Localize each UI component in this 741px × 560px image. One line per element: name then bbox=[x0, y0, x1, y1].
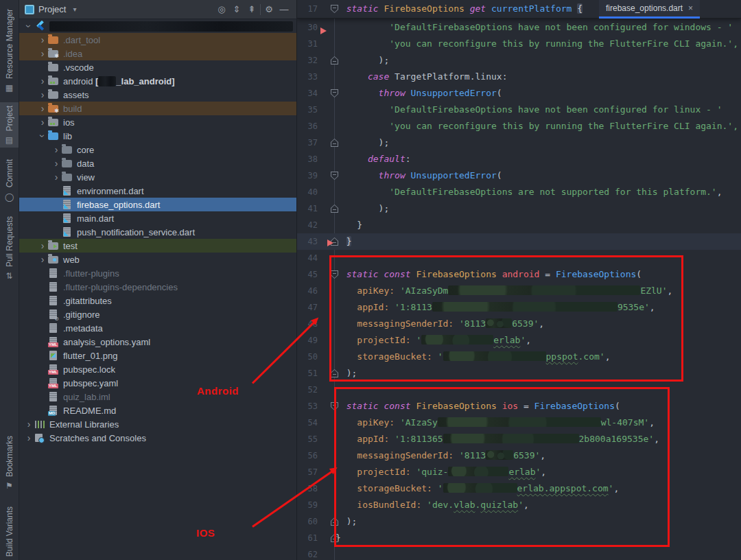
tree-item-lib[interactable]: ›lib bbox=[19, 129, 296, 143]
tree-item-gitignore[interactable]: .gitignore bbox=[19, 307, 296, 321]
tree-item-label: assets bbox=[63, 90, 89, 100]
tree-item-readme-md[interactable]: MDREADME.md bbox=[19, 404, 296, 417]
code-line-34[interactable]: 34 throw UnsupportedError( bbox=[297, 85, 741, 102]
tree-item-ios[interactable]: ›ios bbox=[19, 115, 296, 129]
tree-item-firebase-options-dart[interactable]: firebase_options.dart bbox=[19, 198, 296, 211]
tree-item-core[interactable]: ›core bbox=[19, 143, 296, 156]
locate-file-icon[interactable]: ◎ bbox=[215, 4, 228, 14]
code-text: } bbox=[318, 217, 362, 233]
resource-manager-icon: ▦ bbox=[5, 84, 13, 92]
tool-button-bookmarks[interactable]: Bookmarks⚑ bbox=[0, 432, 19, 493]
tree-item-push-notification-service-dart[interactable]: push_notification_service.dart bbox=[19, 225, 296, 239]
expand-all-icon[interactable]: ⇕ bbox=[230, 4, 244, 14]
settings-gear-icon[interactable]: ⚙ bbox=[262, 4, 276, 14]
code-line-37[interactable]: 37 ); bbox=[297, 135, 741, 151]
tree-item-vscode[interactable]: .vscode bbox=[19, 60, 296, 74]
tree-item-view[interactable]: ›view bbox=[19, 170, 296, 184]
chevron-collapsed-icon[interactable]: › bbox=[37, 76, 48, 86]
tree-item-test[interactable]: ›test bbox=[19, 239, 296, 253]
code-line-40[interactable]: 40 'DefaultFirebaseOptions are not suppo… bbox=[297, 184, 741, 200]
line-number: 41 bbox=[297, 204, 318, 213]
tree-item-pubspec-lock[interactable]: YMLpubspec.lock bbox=[19, 362, 296, 376]
tree-item-project-root[interactable]: › bbox=[19, 19, 296, 33]
fold-region-start-icon[interactable] bbox=[331, 89, 338, 97]
code-line-36[interactable]: 36 'you can reconfigure this by running … bbox=[297, 118, 741, 135]
code-line-38[interactable]: 38 default: bbox=[297, 151, 741, 167]
chevron-collapsed-icon[interactable]: › bbox=[23, 419, 34, 429]
code-text: 'you can reconfigure this by running the… bbox=[318, 36, 738, 52]
chevron-collapsed-icon[interactable]: › bbox=[37, 104, 48, 113]
code-line-42[interactable]: 42 } bbox=[297, 217, 741, 233]
code-line-41[interactable]: 41 ); bbox=[297, 200, 741, 217]
tree-item-gitattributes[interactable]: .gitattributes bbox=[19, 294, 296, 307]
tree-item-data[interactable]: ›data bbox=[19, 156, 296, 170]
fold-region-end-icon[interactable] bbox=[331, 139, 338, 147]
code-line-33[interactable]: 33 case TargetPlatform.linux: bbox=[297, 69, 741, 85]
chevron-collapsed-icon[interactable]: › bbox=[51, 159, 62, 168]
tree-item-web[interactable]: ›web bbox=[19, 253, 296, 266]
chevron-expanded-icon[interactable]: › bbox=[37, 131, 48, 141]
tree-item-flutter-plugins-dependencies[interactable]: .flutter-plugins-dependencies bbox=[19, 280, 296, 294]
tree-item-main-dart[interactable]: main.dart bbox=[19, 211, 296, 225]
code-text: 'DefaultFirebaseOptions are not supporte… bbox=[318, 184, 722, 200]
tree-item-quiz-lab-iml[interactable]: quiz_lab.iml bbox=[19, 390, 296, 404]
tool-button-project[interactable]: Project▤ bbox=[0, 102, 19, 148]
chevron-collapsed-icon[interactable]: › bbox=[37, 255, 48, 264]
code-text: case TargetPlatform.linux: bbox=[318, 69, 507, 85]
tree-item-environment-dart[interactable]: environment.dart bbox=[19, 184, 296, 198]
tree-item-dart-tool[interactable]: ›.dart_tool bbox=[19, 33, 296, 47]
code-line-31[interactable]: 31 'you can reconfigure this by running … bbox=[297, 36, 741, 52]
lib-icon bbox=[34, 419, 45, 429]
tree-item-android[interactable]: ›android [_lab_android] bbox=[19, 74, 296, 88]
code-line-62[interactable]: 62 bbox=[297, 546, 741, 560]
tree-item-assets[interactable]: ›assets bbox=[19, 88, 296, 102]
chevron-expanded-icon[interactable]: › bbox=[23, 21, 34, 31]
tool-button-commit[interactable]: Commit◯ bbox=[0, 156, 19, 204]
chevron-collapsed-icon[interactable]: › bbox=[37, 35, 48, 45]
file-type-badge: YML bbox=[48, 342, 58, 347]
tree-item-scratches-and-consoles[interactable]: ›Scratches and Consoles bbox=[19, 431, 296, 445]
fold-region-start-icon[interactable] bbox=[331, 5, 338, 13]
tree-item-flutter-plugins[interactable]: .flutter-plugins bbox=[19, 266, 296, 280]
chevron-collapsed-icon[interactable]: › bbox=[37, 90, 48, 100]
chevron-collapsed-icon[interactable]: › bbox=[23, 433, 34, 443]
folder-dark-icon bbox=[62, 172, 73, 182]
editor-tab-firebase-options[interactable]: firebase_options.dart × bbox=[599, 0, 700, 19]
chevron-collapsed-icon[interactable]: › bbox=[37, 117, 48, 127]
tool-button-label: Pull Requests bbox=[5, 216, 14, 267]
collapse-all-icon[interactable]: ⇞ bbox=[245, 4, 259, 14]
line-number: 62 bbox=[297, 550, 318, 559]
code-line-32[interactable]: 32 ); bbox=[297, 52, 741, 69]
code-line-30[interactable]: 30 'DefaultFirebaseOptions have not been… bbox=[297, 19, 741, 36]
tree-item-label: lib bbox=[63, 131, 72, 141]
bookmark-icon: ⚑ bbox=[5, 482, 13, 490]
tree-item-analysis-options-yaml[interactable]: YMLanalysis_options.yaml bbox=[19, 335, 296, 349]
tree-item-idea[interactable]: ›.idea bbox=[19, 47, 296, 60]
tree-item-label: pubspec.yaml bbox=[63, 378, 118, 388]
fold-region-end-icon[interactable] bbox=[331, 205, 338, 213]
tool-button-resource-manager[interactable]: Resource Manager▦ bbox=[0, 5, 19, 95]
hide-panel-icon[interactable]: — bbox=[277, 4, 291, 14]
tree-item-flutter-01-png[interactable]: flutter_01.png bbox=[19, 349, 296, 362]
tool-button-pull-requests[interactable]: Pull Requests⇅ bbox=[0, 213, 19, 283]
project-tree: ››.dart_tool›.idea.vscode›android [_lab_… bbox=[19, 19, 296, 560]
fold-region-start-icon[interactable] bbox=[331, 172, 338, 180]
code-line-35[interactable]: 35 'DefaultFirebaseOptions have not been… bbox=[297, 102, 741, 118]
close-tab-icon[interactable]: × bbox=[688, 3, 693, 13]
project-view-title[interactable]: Project bbox=[38, 4, 66, 14]
tree-item-pubspec-yaml[interactable]: YMLpubspec.yaml bbox=[19, 376, 296, 390]
chevron-down-icon[interactable]: ▾ bbox=[73, 5, 76, 13]
tree-item-metadata[interactable]: .metadata bbox=[19, 321, 296, 335]
fold-region-end-icon[interactable] bbox=[331, 56, 338, 65]
code-line-43[interactable]: 43 } bbox=[297, 233, 741, 250]
chevron-collapsed-icon[interactable]: › bbox=[51, 172, 62, 182]
line-number: 44 bbox=[297, 253, 318, 263]
code-line-39[interactable]: 39 throw UnsupportedError( bbox=[297, 167, 741, 184]
chevron-collapsed-icon[interactable]: › bbox=[37, 241, 48, 250]
chevron-collapsed-icon[interactable]: › bbox=[51, 145, 62, 154]
tree-item-external-libraries[interactable]: ›External Libraries bbox=[19, 417, 296, 431]
tree-item-build[interactable]: ›build bbox=[19, 102, 296, 115]
tool-button-build-variants[interactable]: Build Variants bbox=[0, 503, 19, 560]
line-number: 50 bbox=[297, 352, 318, 362]
chevron-collapsed-icon[interactable]: › bbox=[37, 49, 48, 58]
